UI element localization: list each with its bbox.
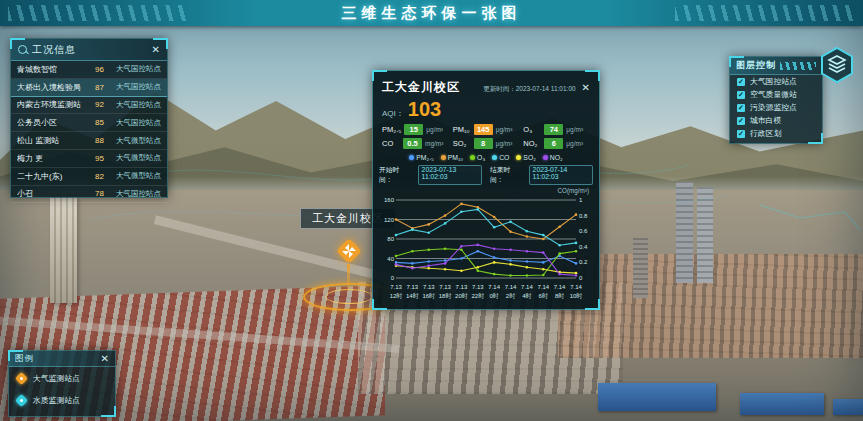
legend-item[interactable]: NO₂ [543, 154, 563, 161]
legend-dot [409, 155, 414, 160]
station-value: 85 [82, 118, 104, 127]
svg-text:14时: 14时 [406, 293, 419, 299]
checkbox-icon[interactable]: ✓ [737, 117, 745, 125]
station-type: 大气国控站点 [109, 118, 161, 128]
pollutant-cell: CO0.5mg/m³ [382, 138, 449, 149]
pollutant-unit: mg/m³ [425, 140, 443, 147]
pollutant-cell: NO₂6μg/m³ [523, 138, 590, 149]
list-item[interactable]: 青城数智馆96大气国控站点 [11, 61, 167, 79]
blue-roof-warehouse [833, 399, 863, 415]
legend-item[interactable]: PM₁₀ [441, 154, 463, 161]
station-type: 大气微型站点 [109, 153, 161, 163]
pollutant-name: NO₂ [523, 139, 541, 148]
station-marker-icon [15, 394, 28, 407]
station-type: 大气微型站点 [109, 136, 161, 146]
list-item[interactable]: 松山 监测站88大气微型站点 [11, 132, 167, 150]
legend-entry: 大气监测站点 [9, 367, 115, 389]
pollutant-value-chip: 145 [474, 124, 493, 135]
svg-text:7.13: 7.13 [423, 284, 435, 290]
highrise-tower [676, 182, 693, 283]
station-name: 梅力 更 [17, 153, 82, 164]
white-tower-building [50, 197, 77, 303]
layers-hexagon-button[interactable] [818, 46, 856, 84]
svg-text:18时: 18时 [439, 293, 452, 299]
layer-item[interactable]: ✓城市白模 [730, 114, 822, 127]
station-name: 二十九中(东) [17, 171, 82, 182]
checkbox-icon[interactable]: ✓ [737, 91, 745, 99]
aqi-label: AQI： [382, 108, 404, 119]
aqi-value: 103 [408, 99, 441, 119]
svg-text:0.8: 0.8 [579, 213, 588, 219]
update-time: 更新时间：2023-07-14 11:01:00 [466, 85, 576, 94]
close-icon[interactable]: ✕ [152, 45, 160, 55]
end-time-input[interactable]: 2023-07-14 11:02:03 [529, 165, 593, 185]
station-type: 大气国控站点 [109, 82, 161, 92]
legend-dot [543, 155, 548, 160]
station-name: 大桥出入境检验局 [17, 82, 82, 93]
station-value: 96 [82, 65, 104, 74]
svg-text:80: 80 [387, 236, 394, 242]
list-item[interactable]: 二十九中(东)82大气微型站点 [11, 168, 167, 186]
legend-item[interactable]: O₃ [470, 154, 485, 161]
pollutant-unit: μg/m³ [566, 140, 583, 147]
layer-item[interactable]: ✓污染源监控点 [730, 101, 822, 114]
blue-roof-warehouse [598, 383, 716, 411]
close-icon[interactable]: ✕ [101, 354, 109, 364]
svg-text:7.14: 7.14 [488, 284, 500, 290]
svg-text:0.2: 0.2 [579, 259, 588, 265]
pollutant-trend-chart: 0408012016000.20.40.60.817.1312时7.1314时7… [373, 194, 599, 310]
svg-text:20时: 20时 [455, 293, 468, 299]
legend-title: 图例 [15, 353, 101, 365]
start-time-label: 开始时间： [379, 165, 410, 185]
station-detail-popup: 工大金川校区 更新时间：2023-07-14 11:01:00 ✕ AQI： 1… [372, 70, 600, 310]
legend-item[interactable]: SO₂ [516, 154, 535, 161]
checkbox-icon[interactable]: ✓ [737, 104, 745, 112]
station-value: 78 [82, 189, 104, 198]
svg-text:16时: 16时 [422, 293, 435, 299]
svg-text:160: 160 [384, 197, 395, 203]
station-value: 92 [82, 100, 104, 109]
start-time-input[interactable]: 2023-07-13 11:02:03 [418, 165, 482, 185]
highrise-tower [697, 187, 713, 283]
list-item[interactable]: 内蒙古环境监测站92大气国控站点 [11, 97, 167, 115]
svg-text:7.13: 7.13 [407, 284, 419, 290]
svg-text:4时: 4时 [522, 293, 531, 299]
legend-item[interactable]: CO [492, 154, 509, 161]
layer-label: 城市白模 [750, 115, 781, 126]
legend-entry-label: 大气监测站点 [33, 373, 80, 384]
layer-item[interactable]: ✓大气国控站点 [730, 75, 822, 88]
pollutant-name: PM₂.₅ [382, 125, 401, 134]
app-title: 三维生态环保一张图 [342, 4, 522, 23]
3d-map-application: 工大金川校区 三维生态环保一张图 工况信息 ✕ 青城数智馆96大气国控站点大桥出… [0, 0, 863, 421]
station-marker-icon [15, 372, 28, 385]
station-type: 大气国控站点 [109, 64, 161, 74]
station-value: 82 [82, 172, 104, 181]
legend-entry-label: 水质监测站点 [33, 395, 80, 406]
layer-item[interactable]: ✓空气质量微站 [730, 88, 822, 101]
list-item[interactable]: 小召78大气国控站点 [11, 186, 167, 204]
pollutant-cell: PM₂.₅15μg/m³ [382, 124, 449, 135]
legend-dot [441, 155, 446, 160]
checkbox-icon[interactable]: ✓ [737, 78, 745, 86]
chart-legend: PM₂.₅PM₁₀O₃COSO₂NO₂ [373, 151, 599, 162]
list-item[interactable]: 大桥出入境检验局87大气国控站点 [11, 79, 167, 97]
popup-title: 工大金川校区 [382, 79, 460, 96]
marker-beam [347, 264, 350, 292]
list-item[interactable]: 梅力 更95大气微型站点 [11, 150, 167, 168]
legend-item[interactable]: PM₂.₅ [409, 154, 433, 161]
station-pin-icon[interactable] [334, 236, 364, 266]
close-icon[interactable]: ✕ [582, 83, 590, 93]
legend-label: CO [499, 154, 509, 161]
svg-text:0: 0 [579, 275, 583, 281]
pollutant-cell: PM₁₀145μg/m³ [453, 124, 520, 135]
layer-item[interactable]: ✓行政区划 [730, 127, 822, 140]
pollutant-name: O₃ [523, 125, 541, 134]
svg-text:7.13: 7.13 [456, 284, 468, 290]
layer-label: 空气质量微站 [750, 89, 797, 100]
station-name: 青城数智馆 [17, 64, 82, 75]
pollutant-value-chip: 8 [474, 138, 493, 149]
station-name: 内蒙古环境监测站 [17, 99, 82, 110]
list-item[interactable]: 公务员小区85大气国控站点 [11, 114, 167, 132]
pollutant-name: PM₁₀ [453, 125, 471, 134]
checkbox-icon[interactable]: ✓ [737, 130, 745, 138]
